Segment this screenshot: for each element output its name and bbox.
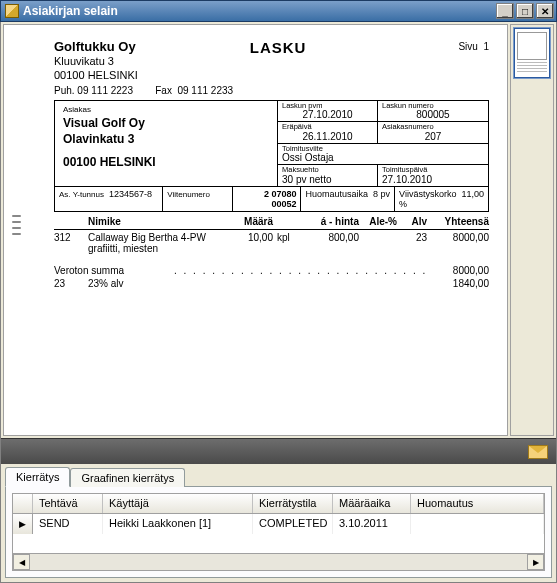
cell-maaraaika: 3.10.2011 bbox=[333, 514, 411, 534]
grid-header: Tehtävä Käyttäjä Kierrätystila Määräaika… bbox=[13, 494, 544, 514]
page-thumbnails bbox=[510, 24, 554, 436]
invoice-page: Golftukku Oy Kluuvikatu 3 00100 HELSINKI… bbox=[3, 24, 508, 436]
line-items-header: Nimike Määrä á - hinta Ale-% Alv Yhteens… bbox=[54, 214, 489, 230]
customer-name: Visual Golf Oy bbox=[63, 115, 269, 131]
row-indicator-icon: ▶ bbox=[13, 514, 33, 534]
business-id: 1234567-8 bbox=[109, 189, 152, 199]
col-kierratystila[interactable]: Kierrätystila bbox=[253, 494, 333, 513]
grid-row[interactable]: ▶ SEND Heikki Laakkonen [1] COMPLETED 3.… bbox=[13, 514, 544, 534]
sender-phone: Puh. 09 111 2223 Fax 09 111 2233 bbox=[54, 85, 489, 96]
minimize-button[interactable]: _ bbox=[496, 3, 514, 19]
scroll-left-button[interactable]: ◀ bbox=[13, 554, 30, 570]
due-date: 26.11.2010 bbox=[282, 131, 373, 142]
invoice-info-box: Asiakas Visual Golf Oy Olavinkatu 3 0010… bbox=[54, 100, 489, 187]
customer-city: 00100 HELSINKI bbox=[63, 155, 269, 169]
tab-kierratys[interactable]: Kierrätys bbox=[5, 467, 70, 487]
line-item: 312 Callaway Big Bertha 4-PW grafiitti, … bbox=[54, 230, 489, 256]
invoice-date: 27.10.2010 bbox=[282, 109, 373, 120]
workflow-grid[interactable]: Tehtävä Käyttäjä Kierrätystila Määräaika… bbox=[12, 493, 545, 571]
cell-tehtava: SEND bbox=[33, 514, 103, 534]
col-tehtava[interactable]: Tehtävä bbox=[33, 494, 103, 513]
page-number: Sivu 1 bbox=[458, 41, 489, 52]
payment-term: 30 pv netto bbox=[282, 174, 373, 185]
document-title: LASKU bbox=[250, 39, 307, 56]
horizontal-scrollbar[interactable]: ◀ ▶ bbox=[13, 553, 544, 570]
tab-graafinen[interactable]: Graafinen kierrätys bbox=[70, 468, 185, 487]
delivery-reference: Ossi Ostaja bbox=[282, 152, 484, 163]
col-huomautus[interactable]: Huomautus bbox=[411, 494, 544, 513]
reference-number: 2 07080 00052 bbox=[233, 187, 301, 211]
cell-kayttaja: Heikki Laakkonen [1] bbox=[103, 514, 253, 534]
thumbnail-page-1[interactable] bbox=[513, 27, 551, 79]
workflow-panel: Kierrätys Graafinen kierrätys Tehtävä Kä… bbox=[0, 464, 557, 583]
col-maaraaika[interactable]: Määräaika bbox=[333, 494, 411, 513]
cell-huomautus bbox=[411, 514, 544, 534]
window-titlebar: Asiakirjan selain _ □ ✕ bbox=[0, 0, 557, 22]
drag-handle-icon[interactable] bbox=[12, 215, 21, 235]
window-title: Asiakirjan selain bbox=[23, 4, 496, 18]
cell-tila: COMPLETED bbox=[253, 514, 333, 534]
delivery-date: 27.10.2010 bbox=[382, 174, 484, 185]
customer-street: Olavinkatu 3 bbox=[63, 131, 269, 147]
sender-street: Kluuvikatu 3 bbox=[54, 55, 138, 69]
scroll-right-button[interactable]: ▶ bbox=[527, 554, 544, 570]
app-icon bbox=[5, 4, 19, 18]
col-kayttaja[interactable]: Käyttäjä bbox=[103, 494, 253, 513]
sender-name: Golftukku Oy bbox=[54, 39, 138, 55]
invoice-number: 800005 bbox=[382, 109, 484, 120]
envelope-icon[interactable] bbox=[528, 445, 548, 459]
document-viewer: Golftukku Oy Kluuvikatu 3 00100 HELSINKI… bbox=[0, 22, 557, 464]
invoice-meta-row: As. Y-tunnus 1234567-8 Viitenumero 2 070… bbox=[54, 187, 489, 212]
toolbar-bottom bbox=[1, 438, 556, 464]
net-sum-row: Veroton summa . . . . . . . . . . . . . … bbox=[54, 264, 489, 277]
sender-company: Golftukku Oy Kluuvikatu 3 00100 HELSINKI bbox=[54, 39, 138, 83]
sender-city: 00100 HELSINKI bbox=[54, 69, 138, 83]
customer-number: 207 bbox=[382, 131, 484, 142]
maximize-button[interactable]: □ bbox=[516, 3, 534, 19]
vat-sum-row: 23 23% alv 1840,00 bbox=[54, 277, 489, 290]
tab-strip: Kierrätys Graafinen kierrätys bbox=[1, 464, 556, 486]
close-button[interactable]: ✕ bbox=[536, 3, 554, 19]
customer-label: Asiakas bbox=[63, 105, 269, 114]
